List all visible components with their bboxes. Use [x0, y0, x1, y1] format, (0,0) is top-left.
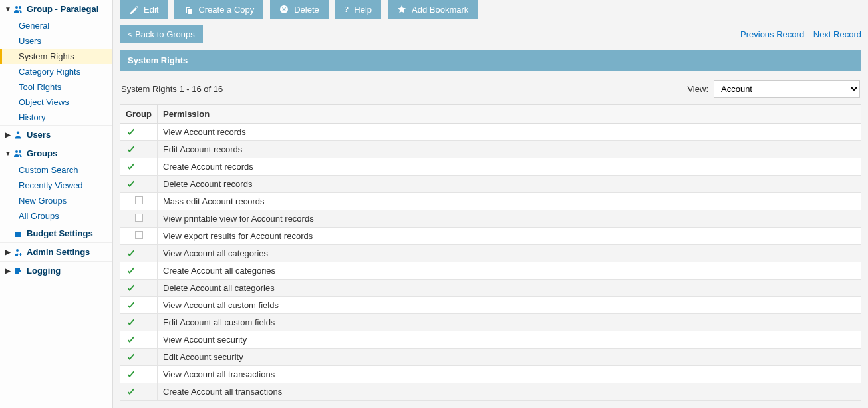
check-icon — [126, 318, 136, 327]
sidebar-item[interactable]: Object Views — [0, 95, 112, 110]
check-icon — [126, 387, 136, 397]
table-row[interactable]: Delete Account records — [120, 176, 861, 193]
check-icon — [126, 128, 136, 137]
table-row[interactable]: View Account records — [120, 124, 861, 141]
sidebar-item[interactable]: General — [0, 18, 112, 33]
table-row[interactable]: Edit Account all custom fields — [120, 314, 861, 331]
permission-cell: Delete Account records — [158, 176, 861, 193]
view-select[interactable]: Account — [714, 80, 860, 98]
caret-right-icon: ▶ — [4, 267, 12, 274]
previous-record-link[interactable]: Previous Record — [740, 29, 804, 39]
permission-cell: Delete Account all categories — [158, 280, 861, 297]
help-icon: ? — [345, 4, 349, 15]
group-cell — [120, 314, 158, 331]
group-cell — [120, 141, 158, 158]
table-row[interactable]: Create Account all categories — [120, 262, 861, 280]
col-header-group[interactable]: Group — [120, 105, 158, 124]
next-record-link[interactable]: Next Record — [813, 29, 861, 39]
group-cell — [120, 349, 158, 366]
sidebar-item[interactable]: All Groups — [0, 208, 112, 224]
permission-cell: View Account all custom fields — [158, 297, 861, 314]
copy-icon — [184, 5, 193, 14]
sidebar-header-budget[interactable]: Budget Settings — [0, 224, 112, 242]
permission-cell: Edit Account all custom fields — [158, 314, 861, 331]
table-row[interactable]: View Account all categories — [120, 245, 861, 262]
user-add-icon — [13, 248, 23, 257]
sidebar-header-label: Users — [27, 130, 51, 140]
permission-cell: Edit Account records — [158, 141, 861, 158]
check-icon — [126, 301, 136, 310]
sidebar-header-group-paralegal[interactable]: ▼ Group - Paralegal — [0, 0, 112, 18]
permission-cell: View Account all categories — [158, 245, 861, 262]
create-copy-button[interactable]: Create a Copy — [174, 0, 263, 19]
checkbox-icon — [135, 231, 143, 239]
button-label: Create a Copy — [198, 5, 254, 15]
permission-cell: View Account security — [158, 331, 861, 349]
sidebar-item[interactable]: Category Rights — [0, 64, 112, 79]
sidebar-header-label: Admin Settings — [27, 247, 90, 257]
sidebar-header-users[interactable]: ▶ Users — [0, 126, 112, 144]
table-row[interactable]: Create Account all transactions — [120, 383, 861, 401]
group-cell — [120, 176, 158, 193]
delete-button[interactable]: Delete — [270, 0, 329, 19]
check-icon — [126, 335, 136, 345]
add-bookmark-button[interactable]: Add Bookmark — [388, 0, 478, 19]
edit-button[interactable]: Edit — [120, 0, 168, 19]
col-header-permission[interactable]: Permission — [158, 105, 861, 124]
group-cell — [120, 193, 158, 210]
checkbox-icon — [135, 214, 143, 222]
briefcase-icon — [13, 229, 23, 238]
table-row[interactable]: View Account all transactions — [120, 366, 861, 383]
group-cell — [120, 158, 158, 176]
group-cell — [120, 262, 158, 280]
sidebar-item[interactable]: Custom Search — [0, 162, 112, 178]
sidebar: ▼ Group - Paralegal GeneralUsersSystem R… — [0, 0, 113, 408]
sidebar-item[interactable]: New Groups — [0, 193, 112, 208]
table-row[interactable]: Delete Account all categories — [120, 280, 861, 297]
users-icon — [13, 149, 23, 158]
table-row[interactable]: View export results for Account records — [120, 228, 861, 245]
group-cell — [120, 280, 158, 297]
permission-cell: View export results for Account records — [158, 228, 861, 245]
permission-cell: Edit Account security — [158, 349, 861, 366]
log-icon — [13, 266, 23, 276]
sidebar-header-label: Logging — [27, 266, 61, 276]
table-row[interactable]: Mass edit Account records — [120, 193, 861, 210]
sidebar-header-label: Groups — [27, 148, 57, 158]
table-row[interactable]: Edit Account security — [120, 349, 861, 366]
caret-right-icon: ▶ — [4, 131, 12, 138]
caret-down-icon: ▼ — [4, 150, 12, 157]
sidebar-header-groups[interactable]: ▼ Groups — [0, 144, 112, 162]
sidebar-header-logging[interactable]: ▶ Logging — [0, 262, 112, 280]
check-icon — [126, 266, 136, 276]
sidebar-item[interactable]: Tool Rights — [0, 79, 112, 95]
table-row[interactable]: View printable view for Account records — [120, 210, 861, 228]
table-row[interactable]: Create Account records — [120, 158, 861, 176]
record-range-label: System Rights 1 - 16 of 16 — [121, 84, 223, 94]
permission-cell: View Account records — [158, 124, 861, 141]
help-button[interactable]: ? Help — [335, 0, 381, 19]
sidebar-item[interactable]: Recently Viewed — [0, 178, 112, 193]
sidebar-header-admin[interactable]: ▶ Admin Settings — [0, 243, 112, 261]
sidebar-item[interactable]: History — [0, 110, 112, 125]
permission-cell: View printable view for Account records — [158, 210, 861, 228]
panel-title: System Rights — [120, 50, 861, 71]
user-icon — [13, 130, 23, 140]
pencil-icon — [129, 5, 138, 14]
table-row[interactable]: View Account security — [120, 331, 861, 349]
button-label: Delete — [294, 5, 319, 15]
group-cell — [120, 366, 158, 383]
sidebar-item[interactable]: Users — [0, 33, 112, 49]
sidebar-sub-group-paralegal: GeneralUsersSystem RightsCategory Rights… — [0, 18, 112, 125]
button-label: Help — [354, 5, 372, 15]
permission-cell: Create Account all categories — [158, 262, 861, 280]
back-to-groups-button[interactable]: < Back to Groups — [120, 25, 203, 43]
table-row[interactable]: View Account all custom fields — [120, 297, 861, 314]
check-icon — [126, 145, 136, 154]
permission-cell: View Account all transactions — [158, 366, 861, 383]
check-icon — [126, 370, 136, 379]
star-icon — [397, 5, 406, 14]
sidebar-item[interactable]: System Rights — [0, 49, 112, 64]
table-row[interactable]: Edit Account records — [120, 141, 861, 158]
main-content: Edit Create a Copy Delete ? Help Add Boo… — [113, 0, 868, 408]
